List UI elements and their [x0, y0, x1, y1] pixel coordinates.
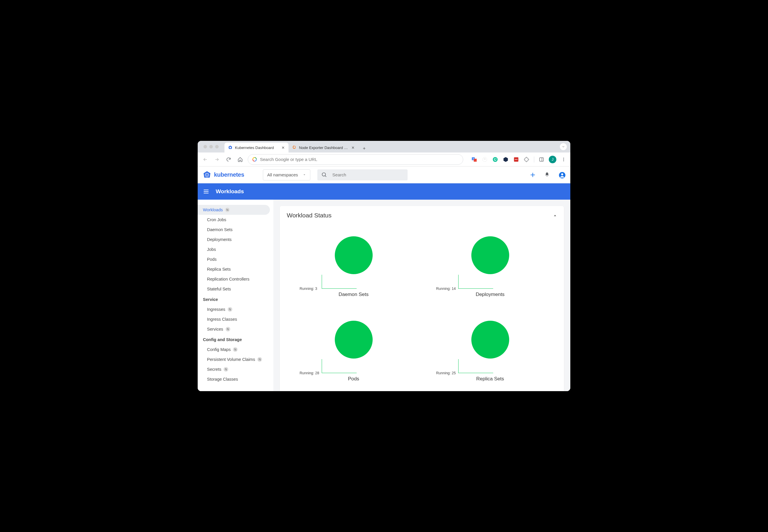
- sidebar-item-ingresses[interactable]: IngressesN: [198, 304, 273, 314]
- close-icon[interactable]: ✕: [351, 146, 355, 150]
- plus-icon: [530, 172, 536, 178]
- sidebar-item-label: Stateful Sets: [207, 287, 231, 291]
- sidebar-item-ingress-classes[interactable]: Ingress Classes: [198, 314, 273, 324]
- side-panel-button[interactable]: [538, 156, 545, 163]
- header-actions: [530, 172, 565, 178]
- browser-window: Kubernetes Dashboard ✕ Node Exporter Das…: [198, 141, 570, 391]
- namespace-selector[interactable]: All namespaces: [263, 169, 310, 180]
- sidebar-item-label: Workloads: [203, 208, 223, 212]
- tab-title: Kubernetes Dashboard: [235, 146, 278, 150]
- forward-button[interactable]: [213, 155, 221, 164]
- tab-kubernetes-dashboard[interactable]: Kubernetes Dashboard ✕: [224, 143, 288, 152]
- chart-title: Daemon Sets: [338, 292, 368, 297]
- search-box[interactable]: [317, 169, 408, 180]
- sidebar-item-label: Replication Controllers: [207, 277, 249, 281]
- leader-line: Running: 25: [458, 359, 493, 373]
- chart-title: Pods: [348, 376, 359, 382]
- extension-icons: A J: [471, 156, 567, 163]
- sidebar-item-label: Pods: [207, 257, 217, 262]
- sidebar-item-label: Config Maps: [207, 347, 230, 352]
- svg-point-21: [563, 159, 564, 160]
- reload-button[interactable]: [224, 155, 233, 164]
- sidebar-item-storage-classes[interactable]: Storage Classes: [198, 374, 273, 384]
- arrow-right-icon: [214, 157, 219, 162]
- leader-line: Running: 14: [458, 275, 493, 289]
- sidebar-item-persistent-volume-claims[interactable]: Persistent Volume ClaimsN: [198, 354, 273, 364]
- sidebar: WorkloadsNCron JobsDaemon SetsDeployment…: [198, 200, 273, 391]
- extension-icon[interactable]: [482, 156, 488, 163]
- home-button[interactable]: [236, 155, 244, 164]
- sidebar-item-replication-controllers[interactable]: Replication Controllers: [198, 274, 273, 284]
- svg-point-20: [563, 158, 564, 159]
- close-icon[interactable]: ✕: [281, 146, 285, 150]
- svg-point-1: [229, 147, 231, 148]
- body: WorkloadsNCron JobsDaemon SetsDeployment…: [198, 200, 570, 391]
- back-button[interactable]: [201, 155, 209, 164]
- minimize-window-button[interactable]: [209, 145, 213, 148]
- svg-point-12: [493, 157, 498, 162]
- app-header: kubernetes All namespaces: [198, 166, 570, 183]
- section-title: Workloads: [216, 188, 244, 195]
- sidebar-item-secrets[interactable]: SecretsN: [198, 364, 273, 374]
- user-button[interactable]: [559, 172, 565, 178]
- chevron-down-icon: [562, 145, 565, 148]
- svg-point-15: [515, 159, 516, 160]
- new-tab-button[interactable]: [360, 144, 368, 152]
- namespace-badge: N: [257, 357, 262, 362]
- omnibox[interactable]: [248, 154, 463, 165]
- main-content: Workload Status Running: 3 Daemon Sets R…: [273, 200, 570, 391]
- sidebar-item-replica-sets[interactable]: Replica Sets: [198, 264, 273, 274]
- collapse-button[interactable]: [553, 214, 557, 217]
- notifications-button[interactable]: [544, 172, 551, 178]
- tab-title: Node Exporter Dashboard EN: [299, 146, 348, 150]
- svg-point-17: [517, 159, 518, 160]
- sidebar-section-header: Config and Storage: [198, 334, 273, 345]
- home-icon: [237, 157, 243, 162]
- namespace-value: All namespaces: [267, 172, 298, 177]
- browser-toolbar: A J: [198, 152, 570, 166]
- sidebar-item-label: Services: [207, 327, 223, 331]
- expand-tabs-button[interactable]: [560, 143, 567, 150]
- translate-extension-icon[interactable]: A: [471, 156, 478, 163]
- sidebar-item-stateful-sets[interactable]: Stateful Sets: [198, 284, 273, 294]
- profile-avatar[interactable]: J: [549, 156, 556, 163]
- sidebar-item-pods[interactable]: Pods: [198, 254, 273, 264]
- donut-chart: [335, 236, 372, 274]
- menu-button[interactable]: [203, 188, 209, 195]
- create-button[interactable]: [530, 172, 536, 178]
- sidebar-item-jobs[interactable]: Jobs: [198, 244, 273, 254]
- tabs: Kubernetes Dashboard ✕ Node Exporter Das…: [224, 141, 368, 152]
- sidebar-item-workloads[interactable]: WorkloadsN: [198, 205, 270, 215]
- donut-chart: [471, 321, 509, 359]
- svg-point-33: [322, 173, 325, 176]
- grammarly-extension-icon[interactable]: [492, 156, 499, 163]
- kubernetes-logo-icon: [203, 171, 211, 179]
- leader-label: Running: 28: [299, 371, 319, 375]
- close-window-button[interactable]: [203, 145, 207, 148]
- chart-daemon-sets: Running: 3 Daemon Sets: [287, 230, 421, 312]
- sidebar-item-deployments[interactable]: Deployments: [198, 235, 273, 244]
- omnibox-input[interactable]: [260, 157, 459, 162]
- card-header: Workload Status: [287, 212, 557, 219]
- sidebar-item-services[interactable]: ServicesN: [198, 324, 273, 334]
- svg-point-16: [516, 159, 517, 160]
- sidebar-item-cron-jobs[interactable]: Cron Jobs: [198, 215, 273, 225]
- extension-icon[interactable]: [503, 156, 509, 163]
- svg-point-36: [561, 173, 563, 175]
- arrow-left-icon: [203, 157, 208, 162]
- sidebar-item-daemon-sets[interactable]: Daemon Sets: [198, 225, 273, 235]
- chrome-menu-button[interactable]: [561, 156, 567, 163]
- svg-text:A: A: [473, 158, 474, 160]
- sidebar-item-config-maps[interactable]: Config MapsN: [198, 345, 273, 354]
- sidebar-item-label: Secrets: [207, 367, 221, 372]
- lastpass-extension-icon[interactable]: [513, 156, 519, 163]
- extensions-button[interactable]: [524, 156, 530, 163]
- grafana-icon: [292, 145, 297, 150]
- maximize-window-button[interactable]: [215, 145, 219, 148]
- chart-title: Deployments: [476, 292, 505, 297]
- workload-status-card: Workload Status Running: 3 Daemon Sets R…: [280, 206, 564, 391]
- search-input[interactable]: [332, 172, 404, 177]
- logo[interactable]: kubernetes: [203, 171, 244, 179]
- chevron-up-icon: [553, 214, 557, 217]
- tab-node-exporter[interactable]: Node Exporter Dashboard EN ✕: [288, 143, 358, 152]
